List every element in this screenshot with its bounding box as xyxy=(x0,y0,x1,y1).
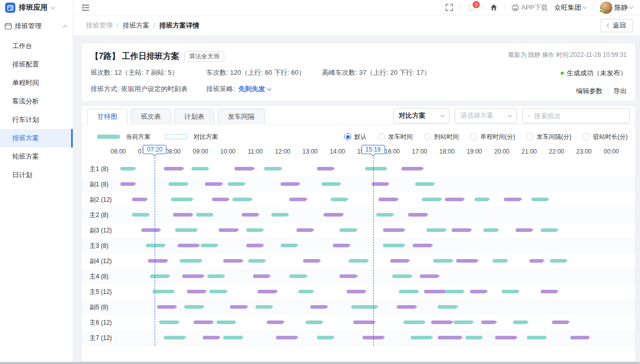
gantt-bar-down[interactable] xyxy=(431,320,452,324)
gantt-bar-up[interactable] xyxy=(502,290,518,293)
app-logo-row[interactable]: 排班应用 xyxy=(0,0,73,15)
gantt-bar-up[interactable] xyxy=(438,305,456,309)
gantt-bar-up[interactable] xyxy=(289,274,305,278)
gantt-bar-up[interactable] xyxy=(426,228,445,232)
gantt-bar-up[interactable] xyxy=(527,336,545,339)
gantt-bar-up[interactable] xyxy=(248,259,264,263)
gantt-bar-up[interactable] xyxy=(531,198,547,201)
gantt-bar-down[interactable] xyxy=(570,336,589,339)
gantt-bar-up[interactable] xyxy=(180,259,200,263)
display-option-到站时间[interactable]: 到站时间 xyxy=(424,133,459,141)
gantt-bar-up[interactable] xyxy=(191,167,207,170)
gantt-bar-up[interactable] xyxy=(411,336,431,339)
gantt-bar-up[interactable] xyxy=(541,228,557,232)
gantt-bar-down[interactable] xyxy=(438,336,461,339)
gantt-bar-up[interactable] xyxy=(223,336,242,339)
gantt-bar-down[interactable] xyxy=(141,228,160,232)
gantt-bar-down[interactable] xyxy=(516,228,531,232)
edit-params-button[interactable]: 编辑参数 xyxy=(576,87,603,96)
search-shift-input[interactable] xyxy=(534,112,624,120)
gantt-bar-down[interactable] xyxy=(187,290,205,293)
gantt-bar-down[interactable] xyxy=(242,213,258,217)
gantt-bar-up[interactable] xyxy=(349,259,367,263)
company-switcher[interactable]: 众旺集团 xyxy=(554,3,586,12)
tab-计划表[interactable]: 计划表 xyxy=(174,109,215,124)
gantt-bar-down[interactable] xyxy=(267,320,283,324)
gantt-bar-down[interactable] xyxy=(246,244,262,247)
display-option-单程时间(分)[interactable]: 单程时间(分) xyxy=(470,133,515,141)
gantt-bar-up[interactable] xyxy=(217,320,235,324)
gantt-bar-up[interactable] xyxy=(454,320,472,324)
export-button[interactable]: 导出 xyxy=(613,87,627,96)
sidebar-group-schedule-mgmt[interactable]: 排班管理 xyxy=(0,15,73,37)
gantt-bar-down[interactable] xyxy=(289,198,305,201)
tab-班次表[interactable]: 班次表 xyxy=(131,109,171,124)
gantt-bar-down[interactable] xyxy=(164,167,182,170)
gantt-bar-down[interactable] xyxy=(178,244,198,247)
gantt-bar-down[interactable] xyxy=(230,305,246,309)
gantt-bar-down[interactable] xyxy=(223,259,242,263)
gantt-bar-down[interactable] xyxy=(148,259,166,263)
breadcrumb-item[interactable]: 排班方案 xyxy=(123,21,150,30)
gantt-bar-up[interactable] xyxy=(246,228,262,232)
gantt-bar-down[interactable] xyxy=(390,259,409,263)
gantt-bar-down[interactable] xyxy=(219,228,237,232)
display-option-发车时间[interactable]: 发车时间 xyxy=(378,133,413,141)
gantt-bar-down[interactable] xyxy=(182,274,203,278)
sidebar-item-轮班方案[interactable]: 轮班方案 xyxy=(0,147,73,166)
gantt-bar-down[interactable] xyxy=(234,167,253,170)
sidebar-item-日计划[interactable]: 日计划 xyxy=(0,166,73,184)
gantt-bar-up[interactable] xyxy=(365,167,386,170)
gantt-bar-down[interactable] xyxy=(397,305,415,309)
gantt-bar-up[interactable] xyxy=(445,290,463,293)
gantt-bar-down[interactable] xyxy=(276,336,296,339)
gantt-bar-up[interactable] xyxy=(392,274,411,278)
gantt-bar-down[interactable] xyxy=(541,290,557,293)
bottom-scrollbar[interactable] xyxy=(0,362,640,364)
gantt-bar-up[interactable] xyxy=(184,305,203,309)
gantt-bar-up[interactable] xyxy=(171,198,191,201)
gantt-bar-down[interactable] xyxy=(452,228,470,232)
compare-mode-select[interactable]: 对比方案 xyxy=(393,108,450,123)
gantt-bar-up[interactable] xyxy=(399,290,417,293)
gantt-bar-up[interactable] xyxy=(493,259,506,263)
gantt-bar-up[interactable] xyxy=(207,274,223,278)
gantt-bar-down[interactable] xyxy=(253,274,269,278)
gantt-bar-down[interactable] xyxy=(132,198,146,201)
gantt-bar-down[interactable] xyxy=(310,305,326,309)
sidebar-item-单程时间[interactable]: 单程时间 xyxy=(0,74,73,92)
gantt-bar-down[interactable] xyxy=(495,336,516,339)
display-option-发车间隔(分)[interactable]: 发车间隔(分) xyxy=(526,133,571,141)
gantt-bar-up[interactable] xyxy=(351,305,376,309)
gantt-bar-up[interactable] xyxy=(159,320,178,324)
gantt-bar-down[interactable] xyxy=(378,198,397,201)
plan-select[interactable]: 请选择方案 xyxy=(455,108,517,123)
gantt-bar-up[interactable] xyxy=(209,290,225,293)
gantt-bar-up[interactable] xyxy=(175,228,196,232)
sidebar-item-客流分析[interactable]: 客流分析 xyxy=(0,92,73,111)
gantt-bar-down[interactable] xyxy=(445,198,463,201)
gantt-bar-up[interactable] xyxy=(150,274,168,278)
gantt-bar-up[interactable] xyxy=(322,182,340,186)
gantt-bar-down[interactable] xyxy=(203,336,219,339)
display-option-默认[interactable]: 默认 xyxy=(344,133,367,141)
gantt-bar-down[interactable] xyxy=(347,290,365,293)
gantt-bar-down[interactable] xyxy=(529,259,543,263)
gantt-bar-up[interactable] xyxy=(120,167,134,170)
gantt-bar-down[interactable] xyxy=(303,259,319,263)
gantt-bar-down[interactable] xyxy=(120,182,134,186)
gantt-bar-down[interactable] xyxy=(456,259,477,263)
gantt-bar-up[interactable] xyxy=(201,244,217,247)
back-button[interactable]: 返回 xyxy=(601,19,633,32)
menu-fold-icon[interactable] xyxy=(81,4,90,11)
gantt-bar-down[interactable] xyxy=(383,228,403,232)
notification-bell-icon[interactable]: 3 xyxy=(467,3,476,12)
gantt-bar-down[interactable] xyxy=(424,290,444,293)
display-option-驻站时长(分)[interactable]: 驻站时长(分) xyxy=(583,133,628,141)
gantt-bar-down[interactable] xyxy=(552,320,568,324)
strategy-dropdown[interactable]: 先到先发 xyxy=(239,84,271,94)
sidebar-item-行车计划[interactable]: 行车计划 xyxy=(0,111,73,129)
gantt-bar-up[interactable] xyxy=(168,182,187,186)
gantt-bar-up[interactable] xyxy=(153,290,173,293)
gantt-bar-down[interactable] xyxy=(157,305,176,309)
